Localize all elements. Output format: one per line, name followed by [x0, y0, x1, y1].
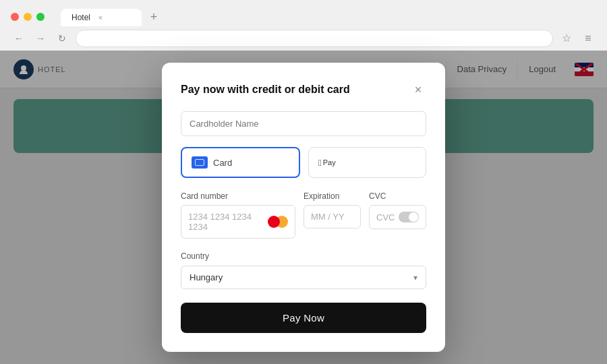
card-number-placeholder: 1234 1234 1234 1234: [188, 212, 268, 232]
active-tab[interactable]: Hotel ×: [61, 9, 142, 26]
cardholder-name-input[interactable]: [181, 111, 426, 136]
tab-label: Hotel: [71, 13, 90, 22]
new-tab-button[interactable]: +: [144, 7, 163, 26]
apple-icon: : [318, 158, 322, 168]
country-value: Hungary: [190, 272, 223, 282]
cvc-group: CVC CVC: [369, 191, 426, 229]
card-number-group: Card number 1234 1234 1234 1234: [181, 191, 295, 239]
expiration-label: Expiration: [304, 191, 361, 201]
back-button[interactable]: ←: [11, 30, 27, 47]
modal-close-button[interactable]: ×: [410, 82, 426, 98]
cvc-placeholder: CVC: [376, 212, 395, 222]
browser-chrome: Hotel × + ← → ↻ ☆ ≡: [0, 0, 607, 51]
payment-modal: Pay now with credit or debit card × Card…: [162, 63, 445, 352]
browser-titlebar: Hotel × +: [0, 0, 607, 26]
forward-button[interactable]: →: [32, 30, 49, 47]
tab-close-icon[interactable]: ×: [96, 13, 105, 22]
close-window-button[interactable]: [11, 13, 19, 21]
address-bar[interactable]: [76, 30, 553, 47]
expiration-input[interactable]: MM / YY: [304, 205, 361, 229]
card-label: Card: [213, 158, 232, 168]
website-content: HOTEL Main Menu Data Privacy Logout Pay …: [0, 51, 607, 364]
cvc-input[interactable]: CVC: [369, 205, 426, 229]
bookmark-icon[interactable]: ☆: [558, 30, 575, 47]
country-label: Country: [181, 251, 209, 261]
maximize-window-button[interactable]: [36, 13, 45, 21]
chevron-down-icon: ▾: [413, 273, 417, 282]
cvc-row: CVC: [376, 212, 419, 222]
browser-tabs: Hotel × +: [61, 7, 596, 26]
mastercard-icon: [268, 216, 288, 228]
modal-header: Pay now with credit or debit card ×: [181, 82, 426, 98]
expiration-placeholder: MM / YY: [311, 212, 345, 222]
browser-toolbar: ← → ↻ ☆ ≡: [0, 26, 607, 51]
applepay-payment-method[interactable]:  Pay Apple Pay: [308, 147, 426, 178]
refresh-button[interactable]: ↻: [54, 30, 70, 47]
card-number-label: Card number: [181, 191, 295, 201]
expiration-group: Expiration MM / YY: [304, 191, 361, 229]
country-group: Country Hungary ▾: [181, 249, 426, 289]
modal-overlay: Pay now with credit or debit card × Card…: [0, 51, 607, 364]
card-details-row: Card number 1234 1234 1234 1234 Expirati…: [181, 191, 426, 239]
card-payment-method[interactable]: Card: [181, 147, 300, 178]
cvc-label: CVC: [369, 191, 426, 201]
modal-title: Pay now with credit or debit card: [181, 84, 350, 96]
payment-methods: Card  Pay Apple Pay: [181, 147, 426, 178]
menu-icon[interactable]: ≡: [580, 30, 596, 47]
pay-now-button[interactable]: Pay Now: [181, 303, 426, 333]
applepay-logo:  Pay: [318, 158, 336, 168]
mc-circle-left: [268, 216, 280, 228]
country-select[interactable]: Hungary ▾: [181, 266, 426, 289]
cvc-toggle[interactable]: [399, 212, 419, 222]
minimize-window-button[interactable]: [24, 13, 32, 21]
card-chip-lines: [195, 159, 204, 166]
traffic-lights: [11, 13, 45, 21]
card-chip-icon: [192, 156, 208, 169]
card-number-input[interactable]: 1234 1234 1234 1234: [181, 205, 295, 239]
